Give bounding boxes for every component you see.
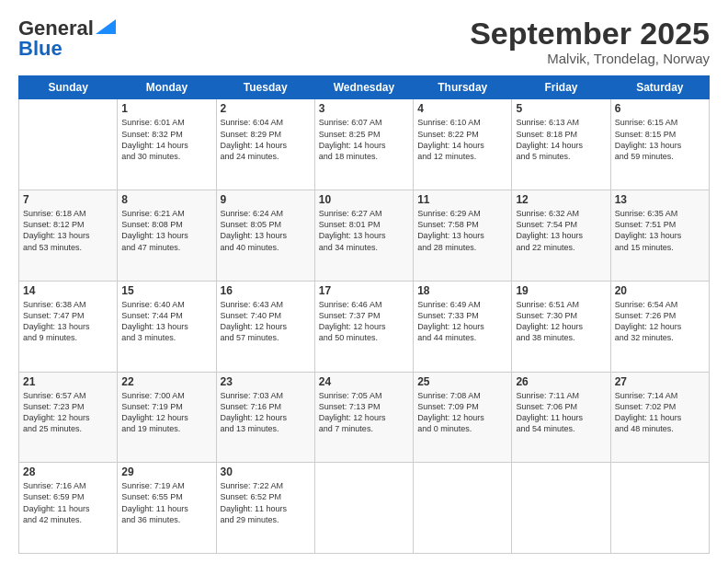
day-info: Sunrise: 6:29 AMSunset: 7:58 PMDaylight:… [417,208,507,253]
calendar-header-row: SundayMondayTuesdayWednesdayThursdayFrid… [19,76,710,99]
day-info: Sunrise: 6:38 AMSunset: 7:47 PMDaylight:… [23,299,113,344]
day-info: Sunrise: 7:03 AMSunset: 7:16 PMDaylight:… [221,390,311,435]
day-info: Sunrise: 6:54 AMSunset: 7:26 PMDaylight:… [615,299,705,344]
day-number: 9 [221,193,311,206]
day-number: 1 [121,102,211,115]
title-block: September 2025 Malvik, Trondelag, Norway [470,17,710,66]
calendar-cell: 12Sunrise: 6:32 AMSunset: 7:54 PMDayligh… [512,190,610,282]
day-number: 30 [221,465,311,478]
day-number: 14 [23,284,113,297]
calendar-cell: 22Sunrise: 7:00 AMSunset: 7:19 PMDayligh… [118,372,216,463]
day-number: 18 [417,284,507,297]
col-header-thursday: Thursday [414,76,512,99]
calendar-week-5: 28Sunrise: 7:16 AMSunset: 6:59 PMDayligh… [19,463,710,554]
day-number: 5 [516,102,606,115]
calendar-cell: 24Sunrise: 7:05 AMSunset: 7:13 PMDayligh… [314,372,413,463]
day-info: Sunrise: 7:22 AMSunset: 6:52 PMDaylight:… [221,480,311,525]
day-info: Sunrise: 6:43 AMSunset: 7:40 PMDaylight:… [221,299,311,344]
day-info: Sunrise: 6:27 AMSunset: 8:01 PMDaylight:… [319,208,409,253]
day-info: Sunrise: 6:57 AMSunset: 7:23 PMDaylight:… [23,390,113,435]
calendar-cell: 21Sunrise: 6:57 AMSunset: 7:23 PMDayligh… [19,372,118,463]
day-info: Sunrise: 6:40 AMSunset: 7:44 PMDaylight:… [121,299,211,344]
calendar-cell: 15Sunrise: 6:40 AMSunset: 7:44 PMDayligh… [118,281,216,372]
calendar-cell: 3Sunrise: 6:07 AMSunset: 8:25 PMDaylight… [314,99,413,190]
col-header-tuesday: Tuesday [216,76,314,99]
calendar-week-3: 14Sunrise: 6:38 AMSunset: 7:47 PMDayligh… [19,281,710,372]
day-number: 8 [121,193,211,206]
col-header-friday: Friday [512,76,610,99]
calendar-cell: 11Sunrise: 6:29 AMSunset: 7:58 PMDayligh… [414,190,512,282]
month-title: September 2025 [470,17,710,51]
calendar-cell: 9Sunrise: 6:24 AMSunset: 8:05 PMDaylight… [216,190,314,282]
col-header-sunday: Sunday [19,76,118,99]
calendar-cell: 28Sunrise: 7:16 AMSunset: 6:59 PMDayligh… [19,463,118,554]
calendar-cell: 16Sunrise: 6:43 AMSunset: 7:40 PMDayligh… [216,281,314,372]
header: General Blue September 2025 Malvik, Tron… [18,17,710,66]
day-info: Sunrise: 6:01 AMSunset: 8:32 PMDaylight:… [121,117,211,162]
day-number: 2 [221,102,311,115]
calendar-cell: 26Sunrise: 7:11 AMSunset: 7:06 PMDayligh… [512,372,610,463]
calendar-cell: 27Sunrise: 7:14 AMSunset: 7:02 PMDayligh… [610,372,709,463]
calendar-cell [314,463,413,554]
calendar-cell: 7Sunrise: 6:18 AMSunset: 8:12 PMDaylight… [19,190,118,282]
logo: General Blue [18,17,116,61]
day-number: 11 [417,193,507,206]
calendar-week-2: 7Sunrise: 6:18 AMSunset: 8:12 PMDaylight… [19,190,710,282]
day-info: Sunrise: 6:49 AMSunset: 7:33 PMDaylight:… [417,299,507,344]
calendar-cell: 30Sunrise: 7:22 AMSunset: 6:52 PMDayligh… [216,463,314,554]
svg-marker-0 [96,19,116,34]
calendar-cell: 25Sunrise: 7:08 AMSunset: 7:09 PMDayligh… [414,372,512,463]
calendar-cell [414,463,512,554]
day-info: Sunrise: 6:10 AMSunset: 8:22 PMDaylight:… [417,117,507,162]
day-number: 26 [516,375,606,388]
day-number: 15 [121,284,211,297]
calendar-cell: 18Sunrise: 6:49 AMSunset: 7:33 PMDayligh… [414,281,512,372]
location: Malvik, Trondelag, Norway [470,51,710,66]
day-number: 4 [417,102,507,115]
calendar-cell: 5Sunrise: 6:13 AMSunset: 8:18 PMDaylight… [512,99,610,190]
day-number: 27 [615,375,705,388]
col-header-saturday: Saturday [610,76,709,99]
day-info: Sunrise: 6:04 AMSunset: 8:29 PMDaylight:… [221,117,311,162]
calendar-cell: 19Sunrise: 6:51 AMSunset: 7:30 PMDayligh… [512,281,610,372]
day-number: 7 [23,193,113,206]
day-info: Sunrise: 7:14 AMSunset: 7:02 PMDaylight:… [615,390,705,435]
day-number: 19 [516,284,606,297]
calendar-week-4: 21Sunrise: 6:57 AMSunset: 7:23 PMDayligh… [19,372,710,463]
calendar-cell: 23Sunrise: 7:03 AMSunset: 7:16 PMDayligh… [216,372,314,463]
calendar-cell: 8Sunrise: 6:21 AMSunset: 8:08 PMDaylight… [118,190,216,282]
logo-icon [96,19,116,34]
day-info: Sunrise: 6:07 AMSunset: 8:25 PMDaylight:… [319,117,409,162]
day-info: Sunrise: 7:05 AMSunset: 7:13 PMDaylight:… [319,390,409,435]
page: General Blue September 2025 Malvik, Tron… [0,0,728,563]
day-info: Sunrise: 6:15 AMSunset: 8:15 PMDaylight:… [615,117,705,162]
day-number: 13 [615,193,705,206]
day-number: 12 [516,193,606,206]
calendar-cell: 29Sunrise: 7:19 AMSunset: 6:55 PMDayligh… [118,463,216,554]
calendar-cell: 1Sunrise: 6:01 AMSunset: 8:32 PMDaylight… [118,99,216,190]
calendar-week-1: 1Sunrise: 6:01 AMSunset: 8:32 PMDaylight… [19,99,710,190]
day-info: Sunrise: 7:16 AMSunset: 6:59 PMDaylight:… [23,480,113,525]
day-info: Sunrise: 6:32 AMSunset: 7:54 PMDaylight:… [516,208,606,253]
day-info: Sunrise: 6:35 AMSunset: 7:51 PMDaylight:… [615,208,705,253]
calendar-cell: 20Sunrise: 6:54 AMSunset: 7:26 PMDayligh… [610,281,709,372]
calendar-cell [19,99,118,190]
day-info: Sunrise: 6:18 AMSunset: 8:12 PMDaylight:… [23,208,113,253]
calendar-table: SundayMondayTuesdayWednesdayThursdayFrid… [18,75,710,554]
col-header-monday: Monday [118,76,216,99]
col-header-wednesday: Wednesday [314,76,413,99]
day-info: Sunrise: 6:46 AMSunset: 7:37 PMDaylight:… [319,299,409,344]
day-number: 24 [319,375,409,388]
day-number: 20 [615,284,705,297]
day-number: 10 [319,193,409,206]
calendar-cell: 4Sunrise: 6:10 AMSunset: 8:22 PMDaylight… [414,99,512,190]
day-info: Sunrise: 6:24 AMSunset: 8:05 PMDaylight:… [221,208,311,253]
day-number: 16 [221,284,311,297]
day-number: 28 [23,465,113,478]
calendar-cell [512,463,610,554]
calendar-cell: 10Sunrise: 6:27 AMSunset: 8:01 PMDayligh… [314,190,413,282]
day-number: 25 [417,375,507,388]
day-info: Sunrise: 6:13 AMSunset: 8:18 PMDaylight:… [516,117,606,162]
calendar-cell: 2Sunrise: 6:04 AMSunset: 8:29 PMDaylight… [216,99,314,190]
calendar-cell: 13Sunrise: 6:35 AMSunset: 7:51 PMDayligh… [610,190,709,282]
